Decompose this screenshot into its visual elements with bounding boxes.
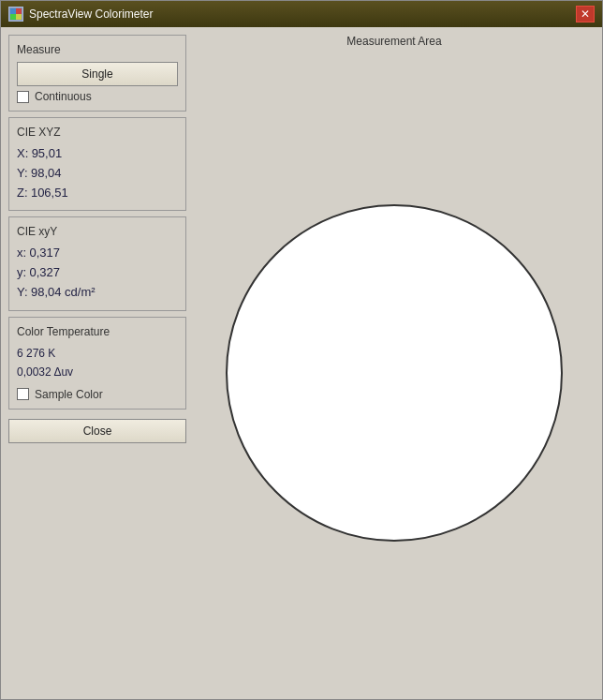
xyy-y-row: y: 0,327 bbox=[17, 263, 178, 283]
xyy-x-label: x: bbox=[17, 246, 26, 260]
xyz-y-label: Y: bbox=[17, 166, 28, 180]
delta-value: 0,0032 Δuv bbox=[17, 363, 178, 381]
xyz-z-label: Z: bbox=[17, 186, 28, 200]
content-area: Measure Single Continuous CIE XYZ X: 95,… bbox=[1, 27, 602, 699]
svg-rect-0 bbox=[10, 8, 16, 14]
xyy-x-value: 0,317 bbox=[29, 246, 60, 260]
xyz-y-row: Y: 98,04 bbox=[17, 164, 178, 184]
xyz-x-row: X: 95,01 bbox=[17, 144, 178, 164]
measure-label: Measure bbox=[17, 43, 178, 56]
measure-section: Measure Single Continuous bbox=[8, 35, 186, 112]
xyz-z-value: 106,51 bbox=[31, 186, 68, 200]
svg-rect-2 bbox=[10, 14, 16, 20]
title-bar-left: SpectraView Colorimeter bbox=[8, 7, 154, 22]
title-bar: SpectraView Colorimeter ✕ bbox=[1, 1, 602, 27]
measurement-circle bbox=[226, 204, 563, 542]
temp-value: 6 276 K bbox=[17, 344, 178, 363]
sample-color-label: Sample Color bbox=[35, 388, 103, 401]
single-button[interactable]: Single bbox=[17, 62, 178, 86]
svg-rect-3 bbox=[16, 14, 22, 20]
measurement-area-label: Measurement Area bbox=[194, 35, 595, 48]
circle-container bbox=[194, 53, 595, 692]
color-temp-section: Color Temperature 6 276 K 0,0032 Δuv Sam… bbox=[8, 317, 186, 410]
sample-color-row: Sample Color bbox=[17, 388, 178, 401]
close-button[interactable]: Close bbox=[8, 419, 186, 443]
continuous-label: Continuous bbox=[35, 90, 92, 103]
right-panel: Measurement Area bbox=[194, 35, 595, 692]
xyy-Y-row: Y: 98,04 cd/m² bbox=[17, 283, 178, 303]
close-button-title[interactable]: ✕ bbox=[576, 6, 595, 22]
color-temp-label: Color Temperature bbox=[17, 325, 178, 338]
svg-rect-1 bbox=[16, 8, 22, 14]
xyy-y-value: 0,327 bbox=[29, 265, 60, 279]
left-panel: Measure Single Continuous CIE XYZ X: 95,… bbox=[8, 35, 186, 692]
xyz-z-row: Z: 106,51 bbox=[17, 184, 178, 203]
main-window: SpectraView Colorimeter ✕ Measure Single… bbox=[0, 0, 603, 700]
app-icon bbox=[8, 7, 23, 22]
xyy-Y-value: 98,04 cd/m² bbox=[31, 285, 96, 299]
cie-xyy-section: CIE xyY x: 0,317 y: 0,327 Y: 98,04 cd/m² bbox=[8, 216, 186, 310]
continuous-checkbox[interactable] bbox=[17, 91, 29, 103]
xyy-x-row: x: 0,317 bbox=[17, 244, 178, 263]
xyz-y-value: 98,04 bbox=[31, 166, 62, 180]
xyz-x-value: 95,01 bbox=[32, 146, 63, 160]
xyy-y-label: y: bbox=[17, 265, 26, 279]
cie-xyy-label: CIE xyY bbox=[17, 225, 178, 238]
cie-xyz-label: CIE XYZ bbox=[17, 126, 178, 139]
window-title: SpectraView Colorimeter bbox=[29, 7, 154, 21]
sample-color-checkbox[interactable] bbox=[17, 388, 29, 400]
cie-xyz-section: CIE XYZ X: 95,01 Y: 98,04 Z: 106,51 bbox=[8, 117, 186, 211]
xyy-Y-label: Y: bbox=[17, 285, 28, 299]
continuous-row: Continuous bbox=[17, 90, 178, 103]
xyz-x-label: X: bbox=[17, 146, 28, 160]
